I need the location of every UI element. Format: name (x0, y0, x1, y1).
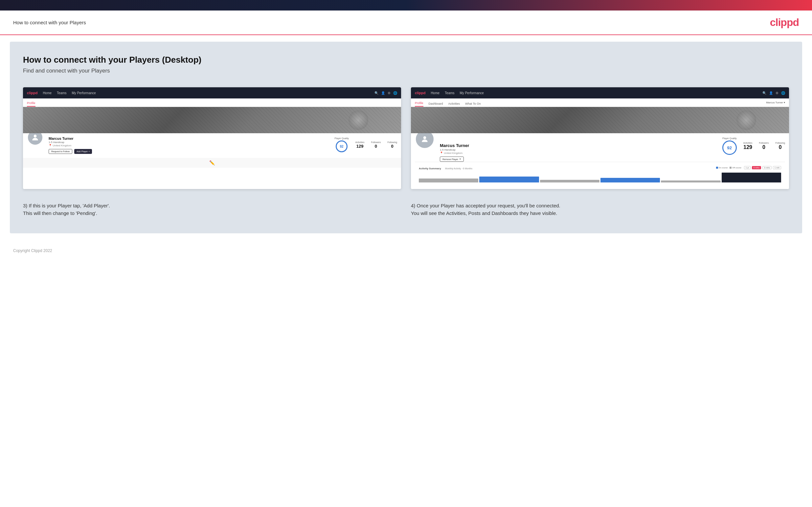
pencil-icon: ✏️ (209, 160, 215, 165)
left-nav-home: Home (43, 91, 52, 95)
quality-label-left: Player Quality (335, 137, 349, 139)
remove-player-button[interactable]: Remove Player ✕ (440, 157, 464, 162)
bar-4 (601, 178, 660, 182)
bar-2 (479, 177, 539, 182)
right-player-name: Marcus Turner (440, 143, 717, 148)
globe-icon-right: 🌐 (781, 91, 785, 95)
bar-3 (540, 180, 600, 182)
following-label-left: Following (387, 141, 397, 144)
screenshot-right: clippd Home Teams My Performance 🔍 👤 ⚙ 🌐… (411, 87, 789, 189)
left-nav-teams: Teams (57, 91, 66, 95)
right-nav-performance: My Performance (460, 91, 484, 95)
top-bar (0, 0, 812, 10)
activity-left: Activity Summary Monthly Activity · 6 Mo… (419, 165, 472, 171)
request-follow-button[interactable]: Request to Follow (49, 149, 72, 154)
filter-1mth[interactable]: 1 mth (773, 166, 781, 169)
right-quality-stat: Player Quality 92 (722, 137, 737, 155)
activity-subtitle: Monthly Activity · 6 Months (445, 167, 472, 170)
caption-right-text: 4) Once your Player has accepted your re… (411, 202, 789, 217)
following-label-right: Following (775, 142, 785, 144)
left-player-loc: 📍 United Kingdom (49, 144, 329, 147)
right-player-loc: 📍 United Kingdom (440, 152, 717, 155)
filter-3mths[interactable]: 3 mths (762, 166, 772, 169)
user-icon: 👤 (381, 91, 385, 95)
activities-value-right: 129 (743, 145, 753, 150)
marcus-turner-dropdown[interactable]: Marcus Turner ▾ (766, 101, 785, 104)
right-banner (411, 107, 789, 133)
screenshots-row: clippd Home Teams My Performance 🔍 👤 ⚙ 🌐… (23, 87, 789, 189)
screenshot-left: clippd Home Teams My Performance 🔍 👤 ⚙ 🌐… (23, 87, 401, 189)
caption-left-text: 3) If this is your Player tap, 'Add Play… (23, 202, 401, 217)
captions-row: 3) If this is your Player tap, 'Add Play… (23, 202, 789, 217)
quality-circle-right: 92 (722, 140, 737, 155)
right-activities-stat: Activities 129 (743, 142, 753, 150)
left-profile: Marcus Turner 1-5 Handicap 📍 United King… (23, 133, 401, 158)
copyright-text: Copyright Clippd 2022 (13, 248, 52, 253)
activity-right: On course Off course 1 yr 6 mths 3 (716, 166, 781, 169)
bar-5 (661, 180, 720, 182)
following-value-left: 0 (387, 144, 397, 149)
activity-header: Activity Summary Monthly Activity · 6 Mo… (419, 165, 781, 171)
right-nav-logo: clippd (415, 91, 425, 95)
activities-label-right: Activities (743, 142, 753, 144)
add-player-button[interactable]: Add Player + (74, 149, 92, 154)
page-subtitle: Find and connect with your Players (23, 68, 789, 74)
globe-icon: 🌐 (393, 91, 397, 95)
activity-chart (419, 173, 781, 182)
location-icon: 📍 (49, 144, 52, 147)
tab-activities[interactable]: Activities (448, 102, 460, 107)
followers-label-right: Followers (759, 142, 769, 144)
left-player-hcp: 1-5 Handicap (49, 141, 329, 144)
left-nav-performance: My Performance (72, 91, 96, 95)
avatar-icon-right (420, 135, 429, 144)
right-tabs: Profile Dashboard Activities What To On … (411, 99, 789, 107)
user-icon-right: 👤 (769, 91, 773, 95)
quality-value-right: 92 (727, 146, 732, 150)
activity-legend: On course Off course (716, 167, 742, 169)
left-following-stat: Following 0 (387, 141, 397, 149)
left-player-name: Marcus Turner (49, 136, 329, 140)
right-nav-teams: Teams (445, 91, 454, 95)
settings-icon-right: ⚙ (775, 91, 778, 95)
avatar-icon (31, 133, 39, 142)
followers-value-left: 0 (371, 144, 381, 149)
left-banner (23, 107, 401, 133)
remove-player-label: Remove Player (443, 158, 458, 161)
right-following-stat: Following 0 (775, 142, 785, 150)
right-buttons: Remove Player ✕ (440, 157, 717, 162)
legend-on-course: On course (716, 167, 728, 169)
header-title: How to connect with your Players (13, 20, 86, 25)
left-nav-logo: clippd (27, 91, 38, 95)
activities-label-left: Activities (355, 141, 365, 144)
caption-right: 4) Once your Player has accepted your re… (411, 202, 789, 217)
left-quality-stat: Player Quality 92 (335, 137, 349, 152)
legend-off-course: Off course (729, 167, 742, 169)
tab-what-to-on[interactable]: What To On (465, 102, 480, 107)
tab-profile-left[interactable]: Profile (27, 101, 36, 107)
tab-dashboard[interactable]: Dashboard (429, 102, 443, 107)
following-value-right: 0 (775, 145, 785, 150)
left-activities-stat: Activities 129 (355, 141, 365, 149)
activity-filters: 1 yr 6 mths 3 mths 1 mth (744, 166, 781, 169)
search-icon-right: 🔍 (762, 91, 766, 95)
quality-value-left: 92 (340, 145, 343, 148)
followers-label-left: Followers (371, 141, 381, 144)
left-buttons: Request to Follow Add Player + (49, 149, 329, 154)
followers-value-right: 0 (759, 145, 769, 150)
left-followers-stat: Followers 0 (371, 141, 381, 149)
footer: Copyright Clippd 2022 (0, 243, 812, 258)
activity-title: Activity Summary (419, 167, 441, 170)
quality-label-right: Player Quality (722, 137, 737, 139)
activities-value-left: 129 (355, 144, 365, 149)
tab-profile-right[interactable]: Profile (415, 101, 423, 107)
quality-circle-left: 92 (336, 140, 348, 152)
right-nav: clippd Home Teams My Performance 🔍 👤 ⚙ 🌐 (411, 87, 789, 99)
settings-icon: ⚙ (388, 91, 391, 95)
right-nav-home: Home (430, 91, 440, 95)
activity-summary: Activity Summary Monthly Activity · 6 Mo… (415, 162, 785, 185)
right-followers-stat: Followers 0 (759, 142, 769, 150)
close-icon: ✕ (459, 158, 461, 161)
filter-1yr[interactable]: 1 yr (744, 166, 751, 169)
clippd-logo-header: clippd (770, 16, 799, 29)
filter-6mths[interactable]: 6 mths (752, 166, 761, 169)
